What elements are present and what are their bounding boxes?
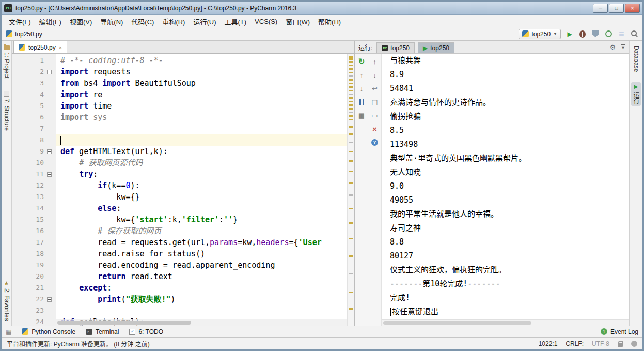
menu-item[interactable]: 导航(N) <box>96 15 127 28</box>
console-line: 113498 <box>390 138 629 151</box>
debug-button[interactable] <box>578 30 587 38</box>
menu-item[interactable]: 工具(T) <box>220 15 250 28</box>
sidebar-item-database[interactable]: Database <box>632 43 640 74</box>
run-toolbar-primary: ↻ ↑ ↓ ▦ <box>355 54 368 326</box>
next-occurrence-icon[interactable]: ↓ <box>357 84 366 93</box>
print-icon[interactable]: ▤ <box>371 98 379 106</box>
pycharm-mini-icon: PC <box>382 45 388 51</box>
code-line: kw={'start':k,'filter':''} <box>56 214 347 225</box>
tab-close-icon[interactable]: × <box>59 44 62 51</box>
code-line: from bs4 import BeautifulSoup <box>56 78 347 89</box>
stripe-mark <box>349 171 353 172</box>
code-line: if(k==0): <box>56 180 347 191</box>
console-line: 8.5 <box>390 124 629 138</box>
menu-item[interactable]: 视图(V) <box>66 15 96 28</box>
sidebar-item-run[interactable]: ▶ 运行 <box>631 82 641 106</box>
menu-item[interactable]: 窗口(W) <box>281 15 314 28</box>
stripe-mark <box>349 90 353 91</box>
soft-wrap-icon[interactable]: ↩ <box>371 84 379 93</box>
event-log-button[interactable]: 1 Event Log <box>601 328 638 335</box>
code-line: import sys <box>56 112 347 123</box>
sidebar-item-project[interactable]: 1: Project <box>3 43 11 81</box>
editor-tab-top250[interactable]: top250.py × <box>13 41 67 53</box>
close-panel-icon[interactable]: × <box>371 125 379 133</box>
code-line: return read.text <box>56 271 347 282</box>
line-number: 12 <box>12 180 44 191</box>
python-console-button[interactable]: Python Console <box>22 328 75 335</box>
terminal-icon: >_ <box>86 329 92 335</box>
todo-button[interactable]: ✓ 6: TODO <box>129 328 163 335</box>
console-caret <box>390 308 391 316</box>
menu-item[interactable]: 重构(R) <box>158 15 189 28</box>
menu-item[interactable]: 编辑(E) <box>35 15 66 28</box>
scroll-down-icon[interactable]: ↓ <box>371 71 379 79</box>
tool-window-switcher-icon[interactable]: ▦ <box>6 328 11 335</box>
code-editor[interactable]: 123456789101112131415161718192021222324 … <box>12 54 354 326</box>
editor-tab-bar: top250.py × <box>12 41 354 54</box>
structure-icon <box>4 91 9 97</box>
menu-item[interactable]: 文件(F) <box>5 15 35 28</box>
run-tab-2[interactable]: ▶ top250 <box>418 42 454 53</box>
editor-area: top250.py × 1234567891011121314151617181… <box>12 41 355 326</box>
profiler-button[interactable] <box>604 30 612 38</box>
sidebar-item-structure[interactable]: 7: Structure <box>3 89 11 133</box>
breadcrumb[interactable]: top250.py <box>6 30 42 38</box>
rerun-icon[interactable]: ↻ <box>357 57 366 66</box>
terminal-button[interactable]: >_ Terminal <box>86 328 119 335</box>
line-number: 4 <box>12 89 44 100</box>
stripe-mark <box>349 72 353 73</box>
gear-icon[interactable]: ⚙ <box>609 43 616 51</box>
run-tab-1-label: top250 <box>390 44 410 52</box>
menu-item[interactable]: 代码(C) <box>127 15 158 28</box>
fold-marker-icon[interactable] <box>47 297 52 302</box>
line-number: 15 <box>12 214 44 225</box>
menu-item[interactable]: VCS(S) <box>250 16 281 27</box>
line-number: 10 <box>12 157 44 169</box>
help-icon[interactable]: ? <box>371 138 379 146</box>
clear-all-icon[interactable]: ▭ <box>371 111 379 119</box>
file-encoding[interactable]: UTF-8 <box>592 340 609 347</box>
menu-item[interactable]: 帮助(H) <box>314 15 345 28</box>
maximize-button[interactable]: □ <box>609 4 624 13</box>
line-number: 22 <box>12 294 44 305</box>
run-tab-1[interactable]: PC top250 <box>376 42 415 53</box>
menu-item[interactable]: 运行(U) <box>189 15 220 28</box>
sidebar-item-favorites[interactable]: ★ 2: Favorites <box>3 279 11 323</box>
search-everywhere-button[interactable] <box>630 30 638 38</box>
minimize-button[interactable]: ─ <box>593 4 608 13</box>
close-button[interactable]: × <box>625 4 640 13</box>
prev-occurrence-icon[interactable]: ↑ <box>357 71 366 79</box>
editor-scrollbar[interactable] <box>347 54 354 326</box>
stripe-mark <box>349 194 353 196</box>
fold-marker-icon[interactable] <box>47 149 52 154</box>
pycharm-logo-icon: PC <box>4 4 12 12</box>
run-button[interactable]: ▶ <box>566 30 574 38</box>
menu-bar: 文件(F)编辑(E)视图(V)导航(N)代码(C)重构(R)运行(U)工具(T)… <box>2 15 642 27</box>
fold-marker-icon[interactable] <box>47 70 52 74</box>
line-number: 5 <box>12 100 44 112</box>
write-access-lock-icon[interactable] <box>618 343 623 347</box>
scroll-up-icon[interactable]: ↑ <box>371 57 379 66</box>
line-separator[interactable]: CRLF: <box>566 340 584 347</box>
pause-output-icon[interactable] <box>357 98 366 106</box>
inspection-indicator[interactable] <box>349 56 353 60</box>
code-line: def getHTMLText(url,k): <box>56 146 347 157</box>
stripe-mark <box>349 238 353 239</box>
editor-code[interactable]: # -*- coding:utf-8 -*-import requestsfro… <box>56 54 347 326</box>
hide-panel-icon[interactable]: ▼ <box>621 44 625 50</box>
console-horizontal-scrollbar[interactable] <box>382 319 629 326</box>
changes-button[interactable]: ☰ <box>617 30 625 38</box>
stripe-mark <box>349 222 353 224</box>
console-output[interactable]: 与狼共舞8.954841充满诗意与情怀的史诗作品。偷拐抢骗8.5113498典型… <box>382 54 629 326</box>
editor-horizontal-scrollbar[interactable] <box>56 319 347 326</box>
changes-icon: ☰ <box>619 30 624 38</box>
stripe-mark <box>349 86 353 88</box>
editor-gutter[interactable]: 123456789101112131415161718192021222324 <box>12 54 56 326</box>
inspection-profile-icon[interactable] <box>631 341 637 347</box>
caret-position[interactable]: 1022:1 <box>539 340 558 347</box>
fold-marker-icon[interactable] <box>47 172 52 177</box>
coverage-button[interactable] <box>591 30 600 38</box>
restore-layout-icon[interactable]: ▦ <box>357 111 366 119</box>
run-configuration-select[interactable]: top250 ▼ <box>519 29 561 39</box>
line-number: 7 <box>12 123 44 134</box>
